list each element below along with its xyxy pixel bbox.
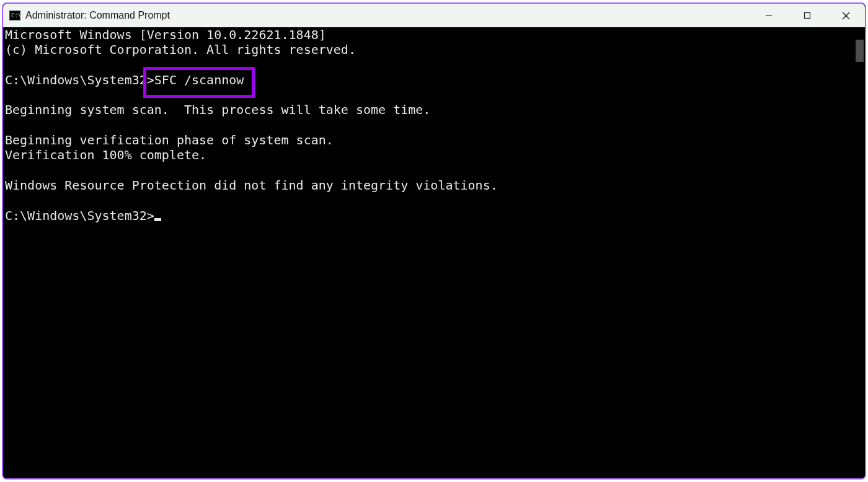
scrollbar-track[interactable] — [854, 27, 865, 478]
output-begin-scan: Beginning system scan. This process will… — [5, 102, 430, 117]
terminal-area[interactable]: Microsoft Windows [Version 10.0.22621.18… — [3, 27, 865, 478]
scrollbar-thumb[interactable] — [856, 40, 864, 62]
version-line: Microsoft Windows [Version 10.0.22621.18… — [5, 27, 326, 42]
close-button[interactable] — [826, 4, 865, 27]
maximize-icon — [804, 12, 811, 19]
text-cursor — [154, 218, 161, 221]
output-verify-phase: Beginning verification phase of system s… — [5, 133, 334, 147]
output-result: Windows Resource Protection did not find… — [5, 178, 498, 193]
output-verify-complete: Verification 100% complete. — [5, 147, 206, 162]
close-icon — [842, 12, 850, 20]
window-controls — [750, 4, 865, 27]
maximize-button[interactable] — [788, 4, 826, 27]
minimize-button[interactable] — [750, 4, 788, 27]
svg-rect-1 — [805, 13, 810, 19]
cmd-prompt-icon: C:\ — [9, 11, 20, 20]
prompt-2-path: C:\Windows\System32> — [5, 208, 154, 223]
prompt-1-command: SFC /scannow — [154, 72, 244, 87]
minimize-icon — [765, 12, 773, 19]
copyright-line: (c) Microsoft Corporation. All rights re… — [5, 42, 356, 57]
window-title: Administrator: Command Prompt — [25, 10, 170, 21]
titlebar[interactable]: C:\ Administrator: Command Prompt — [3, 4, 865, 27]
cmd-window: C:\ Administrator: Command Prompt — [2, 2, 866, 480]
title-left: C:\ Administrator: Command Prompt — [9, 10, 170, 21]
prompt-1-path: C:\Windows\System32> — [5, 72, 154, 87]
